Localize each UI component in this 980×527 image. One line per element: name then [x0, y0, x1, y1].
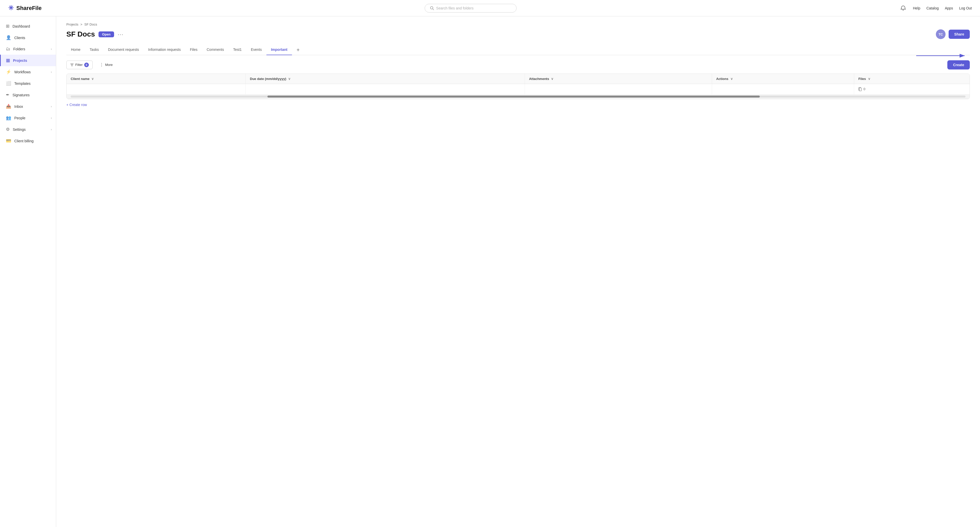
sidebar-label-folders: Folders — [13, 47, 25, 51]
sidebar-item-client-billing[interactable]: 💳 Client billing — [0, 135, 56, 147]
tab-test1[interactable]: Test1 — [228, 45, 246, 55]
logo-icon: ✳ — [8, 4, 14, 12]
sidebar-icon-people: 👥 — [6, 115, 11, 121]
page-title: SF Docs — [66, 30, 95, 38]
breadcrumb-current: SF Docs — [84, 22, 97, 26]
scrollbar-thumb[interactable] — [267, 96, 759, 97]
sidebar-icon-folders: 🗂 — [6, 46, 10, 52]
sidebar-item-people[interactable]: 👥 People › — [0, 112, 56, 124]
create-button-wrap: Create — [947, 60, 970, 69]
breadcrumb-parent[interactable]: Projects — [66, 22, 78, 26]
sort-icon-due-date: ∨ — [288, 77, 291, 81]
more-dots-icon: ⋮ — [100, 62, 103, 67]
search-bar[interactable]: Search files and folders — [425, 4, 517, 13]
filter-count: 0 — [84, 62, 89, 67]
sidebar-icon-projects: ▦ — [6, 58, 10, 63]
breadcrumb: Projects > SF Docs — [66, 22, 970, 26]
svg-line-1 — [433, 9, 434, 10]
logout-link[interactable]: Log Out — [959, 6, 972, 10]
tabs-bar: HomeTasksDocument requestsInformation re… — [66, 44, 970, 55]
files-icon — [858, 87, 862, 91]
col-header-attachments[interactable]: Attachments ∨ — [525, 74, 712, 84]
svg-rect-8 — [859, 88, 861, 91]
chevron-icon-folders: › — [51, 47, 52, 51]
sidebar: ⊞ Dashboard 👤 Clients 🗂 Folders › ▦ Proj… — [0, 16, 56, 527]
cell-due-date — [246, 84, 525, 94]
cell-client-name — [67, 84, 246, 94]
data-table: Client name ∨Due date (mm/dd/yyyy) ∨Atta… — [66, 73, 970, 99]
sidebar-label-workflows: Workflows — [14, 70, 30, 74]
sidebar-icon-dashboard: ⊞ — [6, 24, 10, 29]
sidebar-item-settings[interactable]: ⚙ Settings › — [0, 124, 56, 135]
create-row-button[interactable]: + Create row — [66, 99, 87, 110]
search-placeholder: Search files and folders — [436, 6, 473, 10]
filter-label: Filter — [75, 63, 83, 67]
sidebar-label-inbox: Inbox — [14, 104, 23, 109]
sidebar-item-folders[interactable]: 🗂 Folders › — [0, 43, 56, 55]
more-options-dots[interactable]: ··· — [118, 32, 124, 37]
apps-link[interactable]: Apps — [945, 6, 953, 10]
page-header: SF Docs Open ··· TC Share — [66, 29, 970, 39]
scrollbar-cell — [67, 94, 969, 99]
create-button[interactable]: Create — [947, 60, 970, 69]
nav-right: Help Catalog Apps Log Out — [900, 5, 972, 12]
chevron-icon-settings: › — [51, 128, 52, 131]
page-header-left: SF Docs Open ··· — [66, 30, 124, 38]
cell-files: 0 — [854, 84, 969, 94]
tab-events[interactable]: Events — [246, 45, 266, 55]
add-tab-button[interactable]: ＋ — [292, 44, 304, 55]
sidebar-label-settings: Settings — [13, 128, 26, 131]
sidebar-icon-workflows: ⚡ — [6, 69, 11, 75]
sort-icon-files: ∨ — [868, 77, 870, 81]
filter-button[interactable]: Filter 0 — [66, 61, 93, 69]
chevron-icon-workflows: › — [51, 70, 52, 74]
status-badge: Open — [99, 32, 114, 37]
col-header-client-name[interactable]: Client name ∨ — [67, 74, 246, 84]
catalog-link[interactable]: Catalog — [926, 6, 939, 10]
chevron-icon-inbox: › — [51, 105, 52, 108]
sidebar-icon-client-billing: 💳 — [6, 138, 11, 144]
sidebar-label-signatures: Signatures — [13, 93, 30, 97]
toolbar: Filter 0 ⋮ More — [66, 60, 970, 69]
tab-information-requests[interactable]: Information requests — [144, 45, 186, 55]
sidebar-icon-settings: ⚙ — [6, 127, 10, 132]
logo[interactable]: ✳ ShareFile — [8, 4, 41, 12]
tab-important[interactable]: Important — [266, 45, 292, 55]
col-header-actions[interactable]: Actions ∨ — [712, 74, 854, 84]
share-button[interactable]: Share — [948, 30, 970, 39]
sidebar-icon-clients: 👤 — [6, 35, 11, 40]
col-header-due-date[interactable]: Due date (mm/dd/yyyy) ∨ — [246, 74, 525, 84]
tab-home[interactable]: Home — [66, 45, 85, 55]
sort-icon-actions: ∨ — [730, 77, 733, 81]
tab-document-requests[interactable]: Document requests — [103, 45, 143, 55]
sidebar-label-templates: Templates — [14, 81, 30, 86]
chevron-icon-people: › — [51, 116, 52, 120]
table-row: 0 — [67, 84, 969, 94]
help-link[interactable]: Help — [913, 6, 920, 10]
sidebar-item-templates[interactable]: ⬜ Templates — [0, 78, 56, 89]
breadcrumb-separator: > — [80, 22, 83, 26]
sidebar-item-projects[interactable]: ▦ Projects — [0, 55, 56, 66]
notification-bell[interactable] — [900, 5, 907, 12]
sidebar-label-client-billing: Client billing — [14, 139, 33, 143]
sidebar-label-dashboard: Dashboard — [13, 24, 30, 28]
col-header-files[interactable]: Files ∨ — [854, 74, 969, 84]
top-nav: ✳ ShareFile Search files and folders Hel… — [0, 0, 980, 16]
sidebar-item-signatures[interactable]: ✒ Signatures — [0, 89, 56, 101]
scrollbar-row — [67, 94, 969, 99]
sidebar-item-workflows[interactable]: ⚡ Workflows › — [0, 66, 56, 78]
files-cell: 0 — [858, 87, 966, 91]
more-button[interactable]: ⋮ More — [96, 60, 117, 69]
tab-comments[interactable]: Comments — [202, 45, 229, 55]
sidebar-item-dashboard[interactable]: ⊞ Dashboard — [0, 21, 56, 32]
sidebar-item-clients[interactable]: 👤 Clients — [0, 32, 56, 43]
toolbar-left: Filter 0 ⋮ More — [66, 60, 117, 69]
scrollbar-track[interactable] — [71, 96, 966, 97]
tab-tasks[interactable]: Tasks — [85, 45, 103, 55]
sidebar-item-inbox[interactable]: 📥 Inbox › — [0, 101, 56, 112]
more-label: More — [105, 63, 113, 67]
page-header-right: TC Share — [936, 29, 970, 39]
sidebar-label-projects: Projects — [13, 59, 27, 62]
main-content: Projects > SF Docs SF Docs Open ··· TC S… — [56, 16, 980, 527]
tab-files[interactable]: Files — [185, 45, 202, 55]
